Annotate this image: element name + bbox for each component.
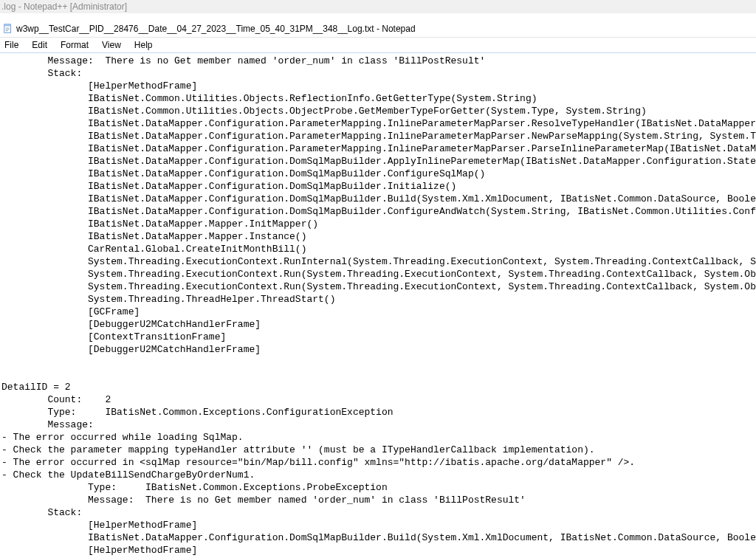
menu-help[interactable]: Help bbox=[134, 40, 153, 50]
inner-window-titlebar: w3wp__TestCar__PID__28476__Date__04_27_2… bbox=[0, 21, 756, 38]
menu-format[interactable]: Format bbox=[61, 40, 89, 50]
window-gap bbox=[0, 13, 756, 21]
text-area[interactable]: Message: There is no Get member named 'o… bbox=[0, 53, 756, 558]
menu-edit[interactable]: Edit bbox=[32, 40, 47, 50]
svg-rect-1 bbox=[4, 24, 11, 27]
outer-window-title-text: .log - Notepad++ [Administrator] bbox=[1, 1, 127, 12]
menu-file[interactable]: File bbox=[4, 40, 18, 50]
notepad-icon bbox=[3, 24, 13, 34]
inner-window-title-text: w3wp__TestCar__PID__28476__Date__04_27_2… bbox=[16, 24, 416, 34]
menu-view[interactable]: View bbox=[102, 40, 121, 50]
menu-bar: File Edit Format View Help bbox=[0, 38, 756, 53]
outer-window-title: .log - Notepad++ [Administrator] bbox=[0, 0, 756, 13]
